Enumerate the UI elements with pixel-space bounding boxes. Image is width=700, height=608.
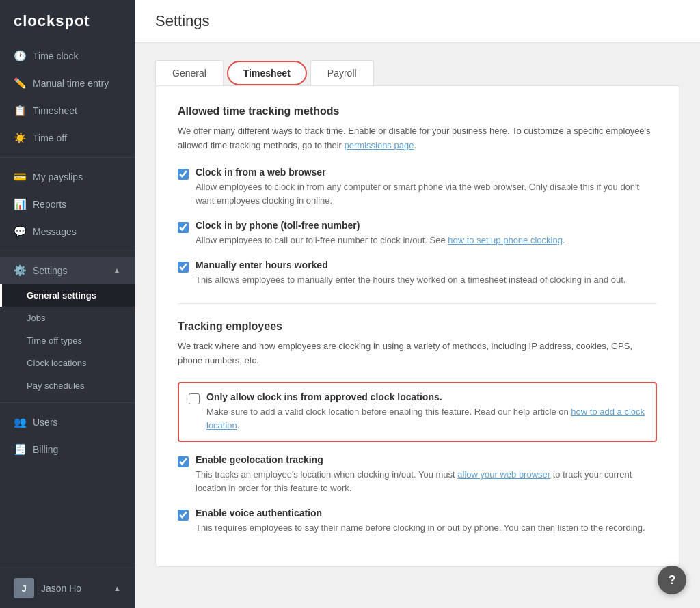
allowed-tracking-desc: We offer many different ways to track ti… xyxy=(178,124,657,153)
web-browser-link[interactable]: allow your web browser xyxy=(457,469,550,480)
option-clock-phone: Clock in by phone (toll-free number) All… xyxy=(178,220,657,247)
tab-timesheet[interactable]: Timesheet xyxy=(227,61,307,85)
checkbox-manual-hours[interactable] xyxy=(178,262,189,273)
option-clock-web: Clock in from a web browser Allow employ… xyxy=(178,167,657,208)
allowed-tracking-title: Allowed time tracking methods xyxy=(178,105,657,118)
sidebar-item-time-off-types[interactable]: Time off types xyxy=(0,329,135,352)
sidebar-item-messages[interactable]: 💬 Messages xyxy=(0,218,135,245)
checkbox-clock-phone[interactable] xyxy=(178,222,189,233)
checkbox-voice-auth[interactable] xyxy=(178,510,189,521)
option-clock-phone-label: Clock in by phone (toll-free number) xyxy=(196,220,565,231)
sidebar-item-time-off[interactable]: ☀️ Time off xyxy=(0,124,135,152)
tab-payroll[interactable]: Payroll xyxy=(310,60,374,85)
option-approved-locations-desc: Make sure to add a valid clock location … xyxy=(206,405,646,432)
timesheet-icon: 📋 xyxy=(14,105,26,117)
page-header: Settings xyxy=(135,0,700,43)
nav-divider-1 xyxy=(0,157,135,158)
user-info: J Jason Ho xyxy=(14,578,81,598)
time-off-icon: ☀️ xyxy=(14,132,26,144)
sidebar: clockspot 🕐 Time clock ✏️ Manual time en… xyxy=(0,0,135,608)
user-profile[interactable]: J Jason Ho ▲ xyxy=(0,568,135,608)
option-voice-auth: Enable voice authentication This require… xyxy=(178,508,657,535)
tab-general[interactable]: General xyxy=(155,60,224,85)
page-title: Settings xyxy=(155,12,679,30)
clock-location-link[interactable]: how to add a clock location xyxy=(206,406,645,430)
main-content: Settings General Timesheet Payroll Allow… xyxy=(135,0,700,608)
secondary-nav: 💳 My payslips 📊 Reports 💬 Messages xyxy=(0,163,135,245)
tracking-employees-desc: We track where and how employees are clo… xyxy=(178,340,657,368)
option-voice-auth-label: Enable voice authentication xyxy=(196,508,645,519)
option-geolocation-label: Enable geolocation tracking xyxy=(196,454,657,465)
sidebar-item-billing[interactable]: 🧾 Billing xyxy=(0,436,135,463)
users-icon: 👥 xyxy=(14,416,26,428)
primary-nav: 🕐 Time clock ✏️ Manual time entry 📋 Time… xyxy=(0,42,135,152)
settings-submenu: General settings Jobs Time off types Clo… xyxy=(0,284,135,397)
allowed-tracking-section: Allowed time tracking methods We offer m… xyxy=(178,105,657,287)
sidebar-item-my-payslips[interactable]: 💳 My payslips xyxy=(0,163,135,191)
settings-icon: ⚙️ xyxy=(14,264,26,277)
option-manual-hours-label: Manually enter hours worked xyxy=(196,260,625,271)
settings-chevron-icon: ▲ xyxy=(113,266,121,275)
avatar: J xyxy=(14,578,34,598)
sidebar-item-users[interactable]: 👥 Users xyxy=(0,409,135,436)
user-chevron-icon: ▲ xyxy=(113,584,121,592)
sidebar-item-settings[interactable]: ⚙️ Settings ▲ xyxy=(0,257,135,284)
permissions-link[interactable]: permissions page xyxy=(345,140,414,150)
sidebar-item-manual-time-entry[interactable]: ✏️ Manual time entry xyxy=(0,70,135,97)
billing-icon: 🧾 xyxy=(14,443,26,456)
option-clock-web-desc: Allow employees to clock in from any com… xyxy=(196,180,657,208)
messages-icon: 💬 xyxy=(14,225,26,238)
sidebar-item-reports[interactable]: 📊 Reports xyxy=(0,191,135,218)
sidebar-item-timesheet[interactable]: 📋 Timesheet xyxy=(0,97,135,124)
edit-icon: ✏️ xyxy=(14,77,26,89)
settings-card: Allowed time tracking methods We offer m… xyxy=(155,85,679,567)
time-clock-icon: 🕐 xyxy=(14,50,26,62)
option-geolocation: Enable geolocation tracking This tracks … xyxy=(178,454,657,495)
tracking-employees-title: Tracking employees xyxy=(178,320,657,333)
checkbox-geolocation[interactable] xyxy=(178,456,189,467)
sidebar-item-clock-locations[interactable]: Clock locations xyxy=(0,352,135,374)
tracking-employees-section: Tracking employees We track where and ho… xyxy=(178,320,657,535)
sidebar-item-jobs[interactable]: Jobs xyxy=(0,307,135,329)
content-area: General Timesheet Payroll Allowed time t… xyxy=(135,43,700,608)
option-manual-hours-desc: This allows employees to manually enter … xyxy=(196,273,625,287)
option-clock-phone-desc: Allow employees to call our toll-free nu… xyxy=(196,234,565,247)
reports-icon: 📊 xyxy=(14,198,26,210)
app-logo[interactable]: clockspot xyxy=(0,0,135,42)
option-approved-locations: Only allow clock ins from approved clock… xyxy=(189,391,646,432)
sidebar-item-general-settings[interactable]: General settings xyxy=(0,284,135,307)
payslips-icon: 💳 xyxy=(14,171,26,183)
option-clock-web-label: Clock in from a web browser xyxy=(196,167,657,178)
section-divider xyxy=(178,303,657,304)
nav-divider-3 xyxy=(0,402,135,403)
option-approved-locations-label: Only allow clock ins from approved clock… xyxy=(206,391,646,402)
checkbox-approved-locations[interactable] xyxy=(189,393,200,404)
settings-tabs: General Timesheet Payroll xyxy=(155,59,679,85)
checkbox-clock-web[interactable] xyxy=(178,169,189,180)
option-geolocation-desc: This tracks an employee's location when … xyxy=(196,468,657,495)
phone-clocking-link[interactable]: how to set up phone clocking xyxy=(448,235,563,245)
nav-divider-2 xyxy=(0,251,135,251)
option-manual-hours: Manually enter hours worked This allows … xyxy=(178,260,657,287)
sidebar-item-time-clock[interactable]: 🕐 Time clock xyxy=(0,42,135,70)
help-button[interactable]: ? xyxy=(658,566,686,594)
username: Jason Ho xyxy=(41,583,81,594)
option-voice-auth-desc: This requires employees to say their nam… xyxy=(196,521,645,535)
option-approved-locations-wrapper: Only allow clock ins from approved clock… xyxy=(178,382,657,442)
sidebar-item-pay-schedules[interactable]: Pay schedules xyxy=(0,374,135,397)
